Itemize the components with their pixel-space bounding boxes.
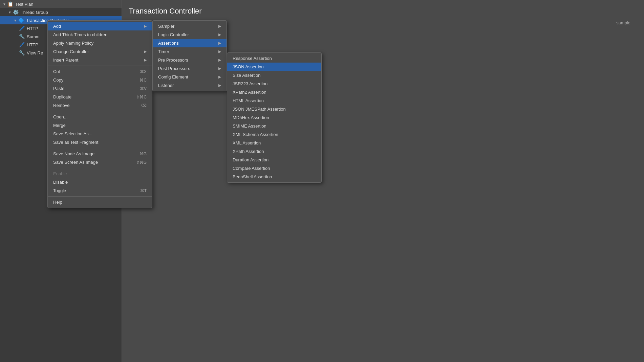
shortcut-label: ⌘G (139, 152, 147, 156)
menu-item-open[interactable]: Open... (48, 113, 152, 121)
menu-item-smime-assertion[interactable]: SMIME Assertion (227, 122, 321, 130)
menu-item-label: Duration Assertion (233, 157, 269, 162)
menu-item-label: Sampler (158, 24, 174, 29)
menu-item-cut[interactable]: Cut ⌘X (48, 67, 152, 76)
menu-item-save-selection[interactable]: Save Selection As... (48, 130, 152, 138)
menu-item-sampler[interactable]: Sampler ▶ (153, 22, 227, 30)
menu-item-pre-processors[interactable]: Pre Processors ▶ (153, 56, 227, 64)
menu-item-md5hex-assertion[interactable]: MD5Hex Assertion (227, 113, 321, 122)
tree-item-thread-group[interactable]: ▼ ⚙️ Thread Group (0, 8, 122, 16)
menu-item-enable: Enable (48, 169, 152, 178)
menu-item-label: Duplicate (53, 94, 71, 99)
menu-separator (48, 168, 152, 168)
menu-item-label: Save Node As Image (53, 151, 94, 156)
menu-item-save-screen-image[interactable]: Save Screen As Image ⇧⌘G (48, 158, 152, 166)
tree-item-label: View Re (27, 50, 43, 55)
menu-item-jsr223-assertion[interactable]: JSR223 Assertion (227, 80, 321, 88)
menu-item-label: JSON Assertion (233, 64, 264, 69)
shortcut-label: ⌘T (140, 188, 147, 193)
menu-item-label: Insert Parent (53, 58, 78, 63)
menu-item-label: Save Screen As Image (53, 160, 98, 165)
menu-item-label: BeanShell Assertion (233, 174, 272, 179)
submenu-arrow-icon: ▶ (144, 49, 147, 54)
menu-item-add[interactable]: Add ▶ (48, 22, 152, 30)
menu-separator (48, 196, 152, 197)
submenu-arrow-icon: ▶ (144, 58, 147, 62)
menu-item-remove[interactable]: Remove ⌫ (48, 101, 152, 110)
menu-item-xpath-assertion[interactable]: XPath Assertion (227, 147, 321, 156)
menu-item-label: Toggle (53, 188, 66, 193)
menu-item-help[interactable]: Help (48, 198, 152, 206)
page-title: Transaction Controller (129, 7, 637, 16)
menu-item-change-controller[interactable]: Change Controller ▶ (48, 47, 152, 56)
menu-item-disable[interactable]: Disable (48, 178, 152, 186)
menu-item-apply-naming[interactable]: Apply Naming Policy (48, 39, 152, 47)
shortcut-label: ⌘X (140, 69, 147, 74)
menu-item-post-processors[interactable]: Post Processors ▶ (153, 64, 227, 73)
menu-item-label: XPath Assertion (233, 149, 264, 154)
menu-item-label: Apply Naming Policy (53, 41, 93, 46)
summ-icon: 🔧 (19, 34, 25, 39)
menu-item-label: Save Selection As... (53, 131, 92, 136)
menu-item-label: Enable (53, 171, 67, 176)
menu-item-label: Save as Test Fragment (53, 140, 98, 145)
menu-item-label: Listener (158, 83, 174, 88)
arrow-icon: ▼ (8, 10, 12, 14)
menu-item-timer[interactable]: Timer ▶ (153, 47, 227, 56)
tree-item-test-plan[interactable]: ▼ 📋 Test Plan (0, 0, 122, 8)
menu-item-insert-parent[interactable]: Insert Parent ▶ (48, 56, 152, 64)
thread-group-icon: ⚙️ (13, 9, 19, 15)
menu-item-save-fragment[interactable]: Save as Test Fragment (48, 138, 152, 146)
http2-icon: 🖊️ (19, 42, 25, 47)
menu-item-add-think-times[interactable]: Add Think Times to children (48, 30, 152, 39)
menu-item-label: Open... (53, 114, 68, 119)
menu-item-label: HTML Assertion (233, 98, 264, 103)
shortcut-label: ⇧⌘G (136, 160, 147, 165)
arrow-icon: ▼ (14, 19, 17, 22)
menu-item-paste[interactable]: Paste ⌘V (48, 84, 152, 93)
menu-item-label: Copy (53, 77, 63, 83)
menu-item-json-jmespath-assertion[interactable]: JSON JMESPath Assertion (227, 105, 321, 113)
menu-item-xml-assertion[interactable]: XML Assertion (227, 139, 321, 147)
menu-item-label: Post Processors (158, 66, 190, 71)
menu-item-save-node-image[interactable]: Save Node As Image ⌘G (48, 150, 152, 158)
submenu-arrow-icon: ▶ (218, 83, 221, 88)
menu-item-assertions[interactable]: Assertions ▶ (153, 39, 227, 47)
menu-item-config-element[interactable]: Config Element ▶ (153, 73, 227, 81)
tree-item-label: Thread Group (21, 10, 48, 15)
shortcut-label: ⌘C (139, 78, 147, 83)
menu-item-label: Cut (53, 69, 60, 74)
submenu-arrow-icon: ▶ (218, 24, 221, 28)
menu-item-label: Remove (53, 103, 69, 108)
menu-item-response-assertion[interactable]: Response Assertion (227, 54, 321, 63)
menu-item-duplicate[interactable]: Duplicate ⇧⌘C (48, 93, 152, 101)
menu-item-label: Help (53, 200, 62, 205)
menu-item-compare-assertion[interactable]: Compare Assertion (227, 164, 321, 173)
menu-item-label: Add Think Times to children (53, 32, 107, 37)
submenu-arrow-icon: ▶ (218, 75, 221, 79)
menu-item-xml-schema-assertion[interactable]: XML Schema Assertion (227, 130, 321, 139)
menu-separator (48, 111, 152, 111)
menu-item-label: Config Element (158, 74, 188, 80)
tree-item-label: HTTP (27, 42, 38, 47)
menu-item-toggle[interactable]: Toggle ⌘T (48, 186, 152, 195)
menu-item-label: Disable (53, 180, 68, 185)
menu-item-label: Change Controller (53, 49, 89, 54)
menu-item-html-assertion[interactable]: HTML Assertion (227, 96, 321, 105)
menu-item-beanshell-assertion[interactable]: BeanShell Assertion (227, 173, 321, 181)
menu-item-copy[interactable]: Copy ⌘C (48, 76, 152, 84)
context-menu-2: Sampler ▶ Logic Controller ▶ Assertions … (152, 20, 227, 91)
tree-item-label: HTTP (27, 26, 38, 31)
menu-item-merge[interactable]: Merge (48, 121, 152, 130)
menu-item-listener[interactable]: Listener ▶ (153, 81, 227, 90)
menu-item-xpath2-assertion[interactable]: XPath2 Assertion (227, 88, 321, 96)
menu-item-label: Assertions (158, 41, 179, 46)
menu-item-label: Compare Assertion (233, 166, 270, 171)
menu-item-label: XPath2 Assertion (233, 90, 266, 95)
menu-item-label: XML Assertion (233, 140, 261, 145)
menu-item-logic-controller[interactable]: Logic Controller ▶ (153, 30, 227, 39)
menu-item-label: MD5Hex Assertion (233, 115, 269, 120)
menu-item-duration-assertion[interactable]: Duration Assertion (227, 156, 321, 164)
menu-item-json-assertion[interactable]: JSON Assertion (227, 63, 321, 71)
menu-item-size-assertion[interactable]: Size Assertion (227, 71, 321, 80)
